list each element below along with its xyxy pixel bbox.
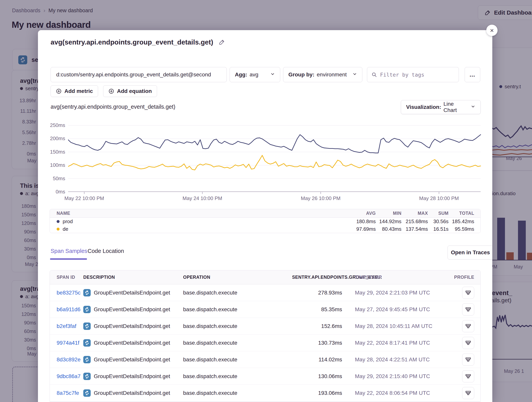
- agg-value: avg: [250, 72, 258, 78]
- span-description: GroupEventDetailsEndpoint.get: [94, 340, 170, 346]
- table-row: be83275c GroupEventDetailsEndpoint.get b…: [50, 284, 481, 301]
- col-name: NAME: [50, 211, 350, 216]
- table-row: 8d3c892e GroupEventDetailsEndpoint.get b…: [50, 351, 481, 368]
- add-metric-label: Add metric: [64, 88, 93, 94]
- profile-button[interactable]: [462, 337, 474, 349]
- profile-flamegraph-icon: [465, 323, 471, 329]
- value-avg: 180.8ms: [350, 218, 376, 224]
- python-icon: [83, 306, 91, 313]
- span-operation: base.dispatch.execute: [183, 390, 292, 396]
- xtick: May 26 10:00 PM: [301, 195, 341, 201]
- tag-filter-field[interactable]: [367, 67, 459, 82]
- col-sum: SUM: [428, 211, 449, 216]
- add-metric-button[interactable]: Add metric: [51, 85, 98, 97]
- span-metric-value: 193.06ms: [292, 390, 342, 396]
- profile-button[interactable]: [462, 320, 474, 332]
- ellipsis-icon: …: [469, 71, 475, 78]
- table-row: b6a911d6 GroupEventDetailsEndpoint.get b…: [50, 301, 481, 318]
- span-operation: base.dispatch.execute: [183, 373, 292, 379]
- profile-button[interactable]: [462, 370, 474, 382]
- search-icon: [372, 72, 377, 77]
- profile-button[interactable]: [462, 387, 474, 399]
- tab-span-samples[interactable]: Span Samples: [51, 248, 87, 254]
- table-row: 8a75c7fe GroupEventDetailsEndpoint.get b…: [50, 385, 481, 402]
- span-id-link[interactable]: 9974a41f: [57, 340, 79, 346]
- span-timestamp: May 27, 2024 9:45:45 PM UTC: [342, 306, 445, 313]
- value-min: 144.92ms: [376, 218, 401, 224]
- series-color-dot: [57, 228, 60, 230]
- span-metric-value: 152.6ms: [292, 323, 342, 329]
- visualization-dropdown[interactable]: Visualization: Line Chart: [401, 100, 481, 114]
- metric-input-value[interactable]: [56, 72, 221, 78]
- python-icon: [83, 373, 91, 380]
- span-id-link[interactable]: be83275c: [57, 290, 81, 296]
- profile-flamegraph-icon: [465, 373, 471, 379]
- col-operation: OPERATION: [183, 275, 292, 280]
- summary-row-prod[interactable]: prod 180.8ms 144.92ms 215.68ms 30.56s 18…: [50, 218, 481, 225]
- span-description: GroupEventDetailsEndpoint.get: [94, 357, 170, 363]
- col-description: DESCRIPTION: [83, 275, 183, 280]
- group-by-value: environment: [317, 72, 347, 78]
- col-metric: SENTRY.API.ENDPOINTS.GROUP_EVE…: [292, 275, 342, 280]
- span-id-link[interactable]: b6a911d6: [57, 306, 81, 312]
- close-icon[interactable]: ×: [486, 25, 498, 36]
- col-total: TOTAL: [449, 211, 474, 216]
- add-row: Add metric Add equation: [51, 85, 157, 97]
- span-id-link[interactable]: 8a75c7fe: [57, 390, 79, 396]
- table-row: 9dbc86a7 GroupEventDetailsEndpoint.get b…: [50, 368, 481, 385]
- span-description: GroupEventDetailsEndpoint.get: [94, 323, 170, 329]
- group-by-dropdown[interactable]: Group by: environment: [283, 67, 362, 82]
- span-timestamp: May 29, 2024 2:15:40 PM UTC: [342, 373, 445, 379]
- col-avg: AVG: [350, 211, 376, 216]
- summary-row-de[interactable]: de 97.69ms 80.43ms 137.54ms 16.51s 95.59…: [50, 225, 481, 233]
- xtick: May 24 10:00 PM: [183, 195, 222, 201]
- profile-button[interactable]: [462, 303, 474, 315]
- profile-button[interactable]: [462, 287, 474, 299]
- value-sum: 16.51s: [428, 226, 449, 232]
- modal-title-row: avg(sentry.api.endpoints.group_event_det…: [51, 38, 225, 46]
- span-id-link[interactable]: b2ef3faf: [57, 323, 76, 329]
- profile-button[interactable]: [462, 354, 474, 366]
- agg-dropdown[interactable]: Agg: avg: [230, 67, 280, 82]
- span-description: GroupEventDetailsEndpoint.get: [94, 290, 170, 296]
- more-options-button[interactable]: …: [465, 67, 480, 82]
- chart-query-label: avg(sentry.api.endpoints.group_event_det…: [51, 104, 175, 110]
- ytick: 250ms: [38, 122, 65, 128]
- python-icon: [83, 289, 91, 297]
- span-metric-value: 130.06ms: [292, 373, 342, 379]
- series-name: de: [63, 226, 68, 232]
- series-color-dot: [57, 220, 60, 223]
- line-chart[interactable]: [68, 125, 481, 194]
- line-chart-canvas: [68, 125, 481, 194]
- ytick: 100ms: [38, 162, 65, 168]
- span-description: GroupEventDetailsEndpoint.get: [94, 373, 170, 379]
- profile-flamegraph-icon: [465, 357, 471, 363]
- col-max: MAX: [401, 211, 428, 216]
- col-span-id: SPAN ID: [50, 275, 83, 280]
- edit-title-pencil-icon[interactable]: [219, 39, 225, 45]
- series-summary-table: NAME AVG MIN MAX SUM TOTAL prod 180.8ms …: [50, 209, 481, 233]
- ytick: 150ms: [38, 149, 65, 155]
- screen: Dashboards › My new dashboard My new das…: [0, 0, 532, 402]
- tag-filter-input[interactable]: [380, 72, 454, 78]
- span-description: GroupEventDetailsEndpoint.get: [94, 390, 170, 396]
- ytick: 0ms: [38, 189, 65, 195]
- python-icon: [83, 322, 91, 330]
- span-id-link[interactable]: 9dbc86a7: [57, 373, 81, 379]
- col-min: MIN: [376, 211, 401, 216]
- span-operation: base.dispatch.execute: [183, 290, 292, 296]
- span-metric-value: 130.73ms: [292, 340, 342, 346]
- table-row: 9974a41f GroupEventDetailsEndpoint.get b…: [50, 334, 481, 351]
- value-avg: 97.69ms: [350, 226, 376, 232]
- tab-code-location[interactable]: Code Location: [88, 248, 124, 254]
- open-in-traces-button[interactable]: Open in Traces: [448, 246, 492, 260]
- table-row: b2ef3faf GroupEventDetailsEndpoint.get b…: [50, 318, 481, 334]
- span-id-link[interactable]: 8d3c892e: [57, 357, 81, 363]
- active-tab-underline: [50, 258, 87, 260]
- metric-input[interactable]: [51, 67, 227, 82]
- value-min: 80.43ms: [376, 226, 401, 232]
- group-by-label: Group by:: [288, 72, 314, 78]
- add-equation-button[interactable]: Add equation: [103, 85, 157, 97]
- profile-flamegraph-icon: [465, 306, 471, 313]
- agg-label: Agg:: [235, 72, 247, 78]
